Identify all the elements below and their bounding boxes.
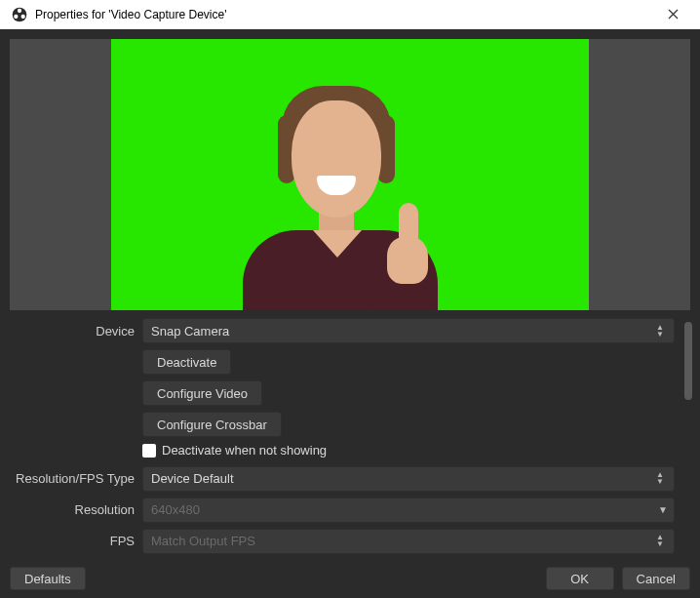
preview-area [0, 29, 700, 310]
configure-video-button[interactable]: Configure Video [142, 380, 262, 406]
checkbox-label: Deactivate when not showing [162, 443, 327, 458]
resolution-select[interactable]: 640x480 ▼ [142, 498, 675, 523]
titlebar: Properties for 'Video Capture Device' [0, 0, 700, 29]
svg-point-1 [18, 8, 21, 12]
updown-icon: ▲▼ [652, 325, 668, 338]
resolution-label: Resolution [10, 502, 142, 517]
device-select[interactable]: Snap Camera ▲▼ [142, 318, 675, 343]
deactivate-button[interactable]: Deactivate [142, 349, 231, 375]
device-label: Device [10, 324, 142, 339]
configure-crossbar-button[interactable]: Configure Crossbar [142, 412, 282, 437]
updown-icon: ▲▼ [652, 535, 668, 547]
svg-point-3 [21, 14, 25, 18]
updown-icon: ▲▼ [652, 472, 668, 485]
svg-point-2 [14, 14, 18, 18]
defaults-button[interactable]: Defaults [10, 567, 86, 590]
chevron-down-icon: ▼ [658, 504, 668, 515]
window-title: Properties for 'Video Capture Device' [35, 8, 653, 21]
dialog-footer: Defaults OK Cancel [0, 559, 700, 598]
video-preview [111, 39, 589, 310]
deactivate-when-not-showing-checkbox[interactable]: Deactivate when not showing [142, 443, 327, 458]
close-button[interactable] [653, 0, 692, 29]
fps-select[interactable]: Match Output FPS ▲▼ [142, 529, 675, 554]
resolution-fps-type-select[interactable]: Device Default ▲▼ [142, 466, 675, 492]
properties-scrollbar[interactable] [684, 322, 694, 549]
app-icon [12, 7, 27, 22]
cancel-button[interactable]: Cancel [622, 567, 690, 590]
fps-label: FPS [10, 534, 142, 548]
ok-button[interactable]: OK [546, 567, 614, 590]
resolution-fps-type-label: Resolution/FPS Type [10, 471, 142, 486]
